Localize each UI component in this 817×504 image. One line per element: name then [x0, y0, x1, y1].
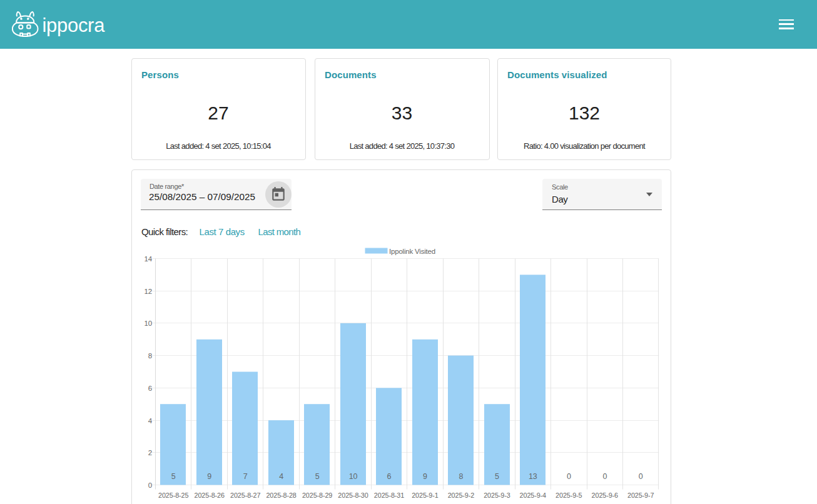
- svg-text:2025-8-31: 2025-8-31: [374, 491, 404, 499]
- svg-text:2025-9-3: 2025-9-3: [484, 491, 510, 499]
- svg-text:9: 9: [423, 472, 427, 481]
- svg-text:2025-9-5: 2025-9-5: [556, 491, 582, 499]
- svg-text:0: 0: [148, 481, 152, 489]
- svg-text:12: 12: [145, 288, 152, 295]
- svg-text:0: 0: [639, 472, 643, 481]
- svg-text:10: 10: [145, 320, 152, 327]
- svg-text:6: 6: [387, 472, 392, 481]
- svg-text:2: 2: [148, 449, 152, 456]
- svg-text:2025-9-7: 2025-9-7: [627, 491, 654, 499]
- svg-text:9: 9: [207, 472, 211, 481]
- svg-text:2025-8-25: 2025-8-25: [158, 491, 188, 499]
- svg-text:0: 0: [602, 472, 607, 481]
- svg-text:2025-8-26: 2025-8-26: [195, 491, 225, 499]
- svg-text:13: 13: [529, 472, 537, 481]
- svg-text:2025-8-27: 2025-8-27: [230, 491, 260, 499]
- svg-text:6: 6: [148, 385, 152, 392]
- svg-text:5: 5: [495, 472, 499, 481]
- svg-text:8: 8: [148, 352, 152, 360]
- svg-text:4: 4: [279, 472, 283, 481]
- svg-text:0: 0: [567, 472, 571, 481]
- svg-text:2025-8-30: 2025-8-30: [338, 491, 368, 499]
- svg-text:2025-8-28: 2025-8-28: [266, 491, 296, 499]
- svg-text:Ippolink Visited: Ippolink Visited: [389, 248, 435, 255]
- svg-text:7: 7: [243, 472, 248, 481]
- svg-text:2025-9-1: 2025-9-1: [412, 491, 439, 499]
- svg-text:10: 10: [349, 472, 358, 481]
- svg-text:8: 8: [459, 472, 464, 481]
- svg-text:2025-9-4: 2025-9-4: [520, 491, 547, 499]
- svg-text:4: 4: [148, 417, 153, 425]
- svg-text:2025-9-6: 2025-9-6: [592, 491, 619, 499]
- svg-text:5: 5: [171, 472, 176, 481]
- svg-text:14: 14: [145, 255, 153, 263]
- svg-text:2025-8-29: 2025-8-29: [302, 491, 332, 499]
- svg-text:2025-9-2: 2025-9-2: [448, 491, 475, 499]
- svg-text:5: 5: [315, 472, 320, 481]
